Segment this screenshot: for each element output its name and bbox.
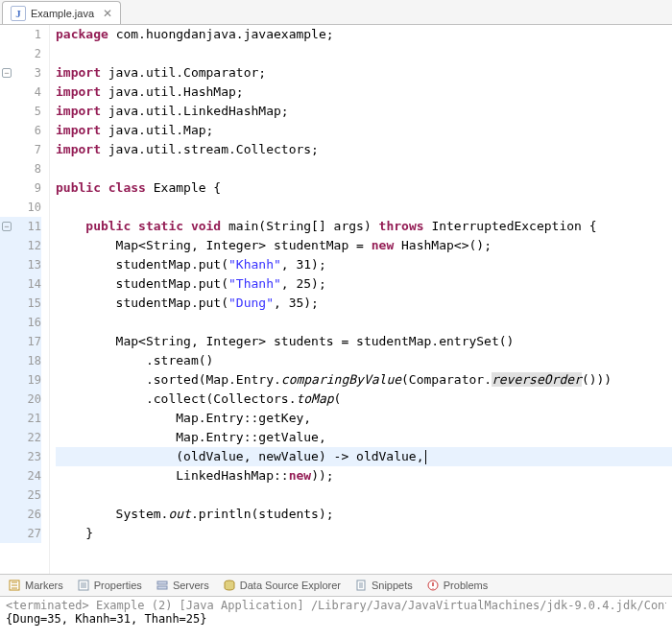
code-line[interactable]: LinkedHashMap::new)); [56,466,672,485]
snippets-icon [354,579,368,592]
line-number: 11 [13,217,41,236]
marker-cell [0,370,13,390]
bottom-tab-label: Data Source Explorer [240,580,341,591]
data-icon [223,579,236,592]
line-number: 2 [13,44,41,63]
code-line[interactable]: import java.util.HashMap; [56,83,672,102]
line-number: 20 [13,390,41,409]
code-line[interactable]: } [56,524,672,543]
code-line[interactable]: import java.util.LinkedHashMap; [56,102,672,121]
code-line[interactable]: .sorted(Map.Entry.comparingByValue(Compa… [56,370,672,390]
marker-cell [0,159,13,178]
marker-cell [0,44,13,63]
line-number: 22 [13,428,41,447]
java-file-icon: J [11,6,26,21]
line-number: 19 [13,370,41,390]
marker-cell [0,255,13,274]
marker-cell [0,505,13,524]
marker-column: −− [0,25,13,574]
editor-tab-example-java[interactable]: J Example.java ✕ [2,1,121,24]
code-line[interactable]: studentMap.put("Thanh", 25); [56,274,672,294]
bottom-view-tabs: MarkersPropertiesServersData Source Expl… [0,574,672,597]
editor-tab-label: Example.java [31,8,94,19]
svg-rect-3 [157,586,167,589]
code-line[interactable]: .collect(Collectors.toMap( [56,390,672,409]
console-view[interactable]: <terminated> Example (2) [Java Applicati… [0,597,672,639]
code-line[interactable]: studentMap.put("Khanh", 31); [56,255,672,274]
line-number: 13 [13,255,41,274]
line-number: 23 [13,447,41,466]
marker-cell [0,198,13,217]
console-status: <terminated> Example (2) [Java Applicati… [6,599,666,612]
code-line[interactable] [56,485,672,505]
line-number: 1 [13,25,41,44]
bottom-tab-snippets[interactable]: Snippets [352,579,415,592]
code-line[interactable]: Map.Entry::getKey, [56,409,672,428]
marker-cell [0,294,13,313]
marker-cell: − [0,217,13,236]
marker-cell [0,390,13,409]
code-line[interactable] [56,44,672,63]
line-number: 8 [13,159,41,178]
bottom-tab-markers[interactable]: Markers [6,579,65,592]
marker-cell [0,351,13,370]
fold-toggle-icon[interactable]: − [2,68,12,78]
line-number: 17 [13,332,41,351]
line-number: 5 [13,102,41,121]
code-line[interactable]: public class Example { [56,178,672,198]
code-line[interactable]: import java.util.Comparator; [56,63,672,83]
marker-cell [0,447,13,466]
bottom-tab-properties[interactable]: Properties [75,579,144,592]
marker-cell [0,178,13,198]
marker-cell [0,83,13,102]
console-output: {Dung=35, Khanh=31, Thanh=25} [6,612,666,626]
code-line[interactable]: .stream() [56,351,672,370]
properties-icon [77,579,90,592]
line-number-gutter: 1234567891011121314151617181920212223242… [13,25,50,574]
code-line[interactable] [56,198,672,217]
marker-cell [0,274,13,294]
marker-cell [0,409,13,428]
marker-cell [0,313,13,332]
code-editor[interactable]: −− 1234567891011121314151617181920212223… [0,25,672,574]
line-number: 24 [13,466,41,485]
code-line[interactable]: import java.util.stream.Collectors; [56,140,672,159]
line-number: 12 [13,236,41,255]
code-line[interactable] [56,313,672,332]
markers-icon [8,579,21,592]
line-number: 18 [13,351,41,370]
text-caret [425,450,426,464]
editor-tab-bar: J Example.java ✕ [0,0,672,25]
code-line[interactable]: package com.huongdanjava.javaexample; [56,25,672,44]
bottom-tab-data[interactable]: Data Source Explorer [221,579,343,592]
marker-cell [0,140,13,159]
line-number: 6 [13,121,41,140]
code-line[interactable]: public static void main(String[] args) t… [56,217,672,236]
code-line[interactable]: Map<String, Integer> students = studentM… [56,332,672,351]
line-number: 3 [13,63,41,83]
code-area[interactable]: package com.huongdanjava.javaexample;imp… [50,25,672,574]
marker-cell [0,524,13,543]
bottom-tab-label: Problems [444,580,488,591]
code-line[interactable]: Map<String, Integer> studentMap = new Ha… [56,236,672,255]
marker-cell [0,236,13,255]
line-number: 26 [13,505,41,524]
code-line[interactable]: System.out.println(students); [56,505,672,524]
code-line[interactable] [56,159,672,178]
fold-toggle-icon[interactable]: − [2,222,12,231]
line-number: 27 [13,524,41,543]
code-line[interactable]: (oldValue, newValue) -> oldValue, [56,447,672,466]
close-icon[interactable]: ✕ [103,7,112,20]
problems-icon [426,579,440,592]
marker-cell [0,121,13,140]
line-number: 16 [13,313,41,332]
line-number: 25 [13,485,41,505]
line-number: 10 [13,198,41,217]
bottom-tab-label: Snippets [372,580,413,591]
bottom-tab-servers[interactable]: Servers [154,579,211,592]
marker-cell [0,102,13,121]
code-line[interactable]: studentMap.put("Dung", 35); [56,294,672,313]
code-line[interactable]: import java.util.Map; [56,121,672,140]
code-line[interactable]: Map.Entry::getValue, [56,428,672,447]
bottom-tab-problems[interactable]: Problems [424,579,490,592]
